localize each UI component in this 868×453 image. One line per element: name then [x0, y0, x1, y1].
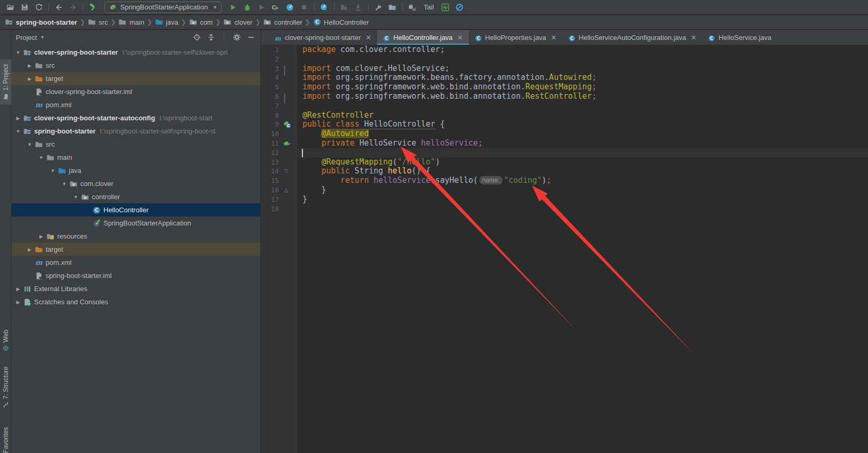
editor-tab-helloservice-java[interactable]: CHelloService.java [702, 30, 777, 45]
toolbar-separator [48, 3, 49, 12]
tree-expanded-icon[interactable]: ▼ [14, 129, 23, 134]
code-line-7 [297, 101, 868, 111]
debug-icon[interactable] [240, 1, 255, 14]
tree-row-target[interactable]: ▶ target [12, 243, 260, 256]
toolbar-separator [224, 33, 224, 42]
tree-row-external-libraries[interactable]: ▶ External Libraries [12, 282, 260, 295]
hide-icon[interactable] [247, 33, 255, 42]
tree-collapsed-icon[interactable]: ▶ [14, 286, 23, 292]
code-line-13: @RequestMapping("/hello") [297, 158, 868, 167]
close-icon[interactable]: ✕ [691, 34, 697, 42]
editor-tab-hellocontroller-java[interactable]: CHelloController.java ✕ [377, 30, 469, 45]
build-hammer-icon[interactable] [86, 1, 100, 14]
code-line-3: import com.clover.HelloService; [297, 64, 868, 74]
gear-icon[interactable] [233, 33, 241, 42]
download-disabled-icon[interactable] [351, 1, 365, 14]
tree-row-src[interactable]: ▶ src [12, 59, 260, 72]
tree-collapsed-icon[interactable]: ▶ [25, 63, 34, 68]
tree-expanded-icon[interactable]: ▼ [48, 168, 57, 173]
stripe-button-web[interactable]: Web [0, 324, 12, 357]
breadcrumb-item[interactable]: spring-boot-starter [5, 18, 77, 26]
breadcrumb-item[interactable]: java [155, 18, 179, 26]
spring-bean-icon[interactable]: C [283, 120, 291, 129]
close-icon[interactable]: ✕ [457, 34, 463, 42]
tree-collapsed-icon[interactable]: ▶ [25, 76, 34, 81]
intellij-window: { "toolbar": { "run_config_label": "Spri… [0, 0, 868, 453]
tree-expanded-icon[interactable]: ▼ [71, 194, 80, 200]
tree-row-src[interactable]: ▼ src [12, 138, 260, 151]
run-icon[interactable] [226, 1, 240, 14]
collapse-all-icon[interactable] [207, 33, 215, 42]
profiler-icon[interactable] [283, 1, 297, 14]
tree-expanded-icon[interactable]: ▼ [25, 142, 34, 147]
tree-collapsed-icon[interactable]: ▶ [25, 247, 34, 252]
breadcrumb-chevron-icon: ❯ [181, 18, 186, 26]
open-folder-icon[interactable] [3, 1, 17, 14]
run-configuration-select[interactable]: SpringBootStarterApplication▼ [104, 2, 222, 13]
chevron-down-icon[interactable]: ▼ [40, 35, 45, 40]
monitor-icon[interactable] [438, 1, 452, 14]
editor-tab-helloproperties-java[interactable]: CHelloProperties.java ✕ [469, 30, 562, 45]
tree-row-resources[interactable]: ▶ resources [12, 230, 260, 243]
code-text[interactable]: package com.clover.controller;import com… [297, 45, 868, 453]
run-disabled-icon[interactable] [255, 1, 269, 14]
save-icon[interactable] [17, 1, 32, 14]
tree-row-java[interactable]: ▼ java [12, 164, 260, 177]
breadcrumb-item[interactable]: main [118, 18, 144, 26]
editor-tab-clover-spring-boot-starter[interactable]: mclover-spring-boot-starter ✕ [268, 30, 377, 45]
spring-autowired-icon[interactable] [283, 139, 291, 148]
close-icon[interactable]: ✕ [365, 34, 371, 42]
breadcrumb-item[interactable]: CHelloController [313, 18, 369, 26]
run-with-coverage-icon[interactable]: C [269, 1, 283, 14]
tree-row-hellocontroller[interactable]: C HelloController [12, 203, 260, 217]
tree-collapsed-icon[interactable]: ▶ [14, 116, 23, 121]
tree-row-scratches-and-consoles[interactable]: ▶ Scratches and Consoles [12, 295, 260, 308]
tree-row-clover-spring-boot-starter-iml[interactable]: clover-spring-boot-starter.iml [12, 85, 260, 98]
tree-row-controller[interactable]: ▼ controller [12, 190, 260, 203]
tree-collapsed-icon[interactable]: ▶ [14, 300, 23, 305]
fold-marker-icon[interactable]: △ [284, 188, 288, 193]
editor-gutter: 123456789C1011121314▽1516△1718 [261, 45, 297, 453]
breadcrumb-item[interactable]: src [88, 18, 108, 26]
class-icon: C [92, 206, 101, 214]
ban-icon[interactable] [452, 1, 466, 14]
tree-expanded-icon[interactable]: ▼ [37, 155, 46, 160]
plugin-save-icon[interactable] [405, 1, 420, 14]
tree-row-pom-xml[interactable]: m pom.xml [12, 98, 260, 111]
fold-marker-icon[interactable]: ▽ [284, 169, 288, 174]
tree-row-pom-xml[interactable]: m pom.xml [12, 256, 260, 269]
code-line-9: public class HelloController { [297, 120, 868, 129]
tree-row-clover-spring-boot-starter-autoconfig[interactable]: ▶ clover-spring-boot-starter-autoconfig … [12, 111, 260, 125]
editor-tab-helloserviceautoconfiguration-java[interactable]: CHelloServiceAutoConfiguration.java ✕ [562, 30, 702, 45]
tree-row-spring-boot-starter-iml[interactable]: spring-boot-starter.iml [12, 269, 260, 282]
attach-profiler-icon[interactable] [317, 1, 331, 14]
breadcrumb-item[interactable]: clover [223, 18, 253, 26]
tree-row-main[interactable]: ▼ main [12, 151, 260, 164]
sync-icon[interactable] [32, 1, 46, 14]
stripe-button-structure[interactable]: 7: Structure [0, 363, 12, 411]
code-editor[interactable]: 123456789C1011121314▽1516△1718 package c… [261, 45, 868, 453]
close-icon[interactable]: ✕ [551, 34, 557, 42]
locate-icon[interactable] [193, 33, 201, 42]
tree-row-target[interactable]: ▶ target [12, 72, 260, 85]
wrench-icon[interactable] [371, 1, 385, 14]
breadcrumb-item[interactable]: controller [263, 18, 302, 26]
tree-row-com-clover[interactable]: ▼ com.clover [12, 177, 260, 190]
package-icon [189, 18, 197, 26]
breadcrumb-item[interactable]: com [189, 18, 213, 26]
tree-row-spring-boot-starter[interactable]: ▼ spring-boot-starter I:\springboot-star… [12, 125, 260, 138]
tree-expanded-icon[interactable]: ▼ [60, 181, 69, 187]
stop-disabled-icon[interactable] [297, 1, 311, 14]
tree-collapsed-icon[interactable]: ▶ [37, 234, 46, 239]
deploy-disabled-icon[interactable] [337, 1, 351, 14]
tree-row-springbootstarterapplication[interactable]: SpringBootStarterApplication [12, 217, 260, 230]
project-structure-icon[interactable] [385, 1, 400, 14]
tree-row-clover-spring-boot-starter[interactable]: ▼ clover-spring-boot-starter I:\springbo… [12, 46, 260, 59]
forward-icon[interactable] [66, 1, 80, 14]
stripe-button-favorites[interactable]: Favorites [0, 421, 12, 453]
back-icon[interactable] [51, 1, 66, 14]
breadcrumb-chevron-icon: ❯ [305, 18, 310, 26]
tree-expanded-icon[interactable]: ▼ [14, 50, 23, 55]
excluded-folder-icon [35, 75, 43, 83]
stripe-button-project[interactable]: 1: Project [0, 59, 12, 105]
